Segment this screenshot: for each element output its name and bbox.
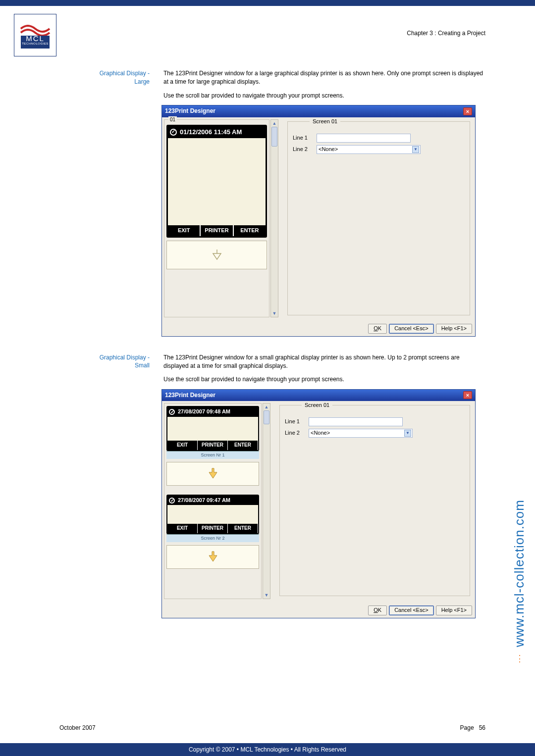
logo-mcl-text: MCL [14,34,56,43]
scroll-down-icon[interactable]: ▼ [263,592,270,599]
line2-value: <None> [319,146,338,153]
scroll-thumb[interactable] [264,410,269,424]
screen-caption-2: Screen Nr 2 [166,534,259,542]
scroll-up-icon[interactable]: ▲ [263,403,270,410]
cancel-button-sm[interactable]: Cancel <Esc> [389,605,433,615]
arrow-down-icon [207,467,219,480]
window-title-small: 123Print Designer [165,391,215,400]
window-title: 123Print Designer [165,107,215,115]
footer-page-num: 56 [479,724,485,731]
copyright-text: Copyright © 2007 • MCL Technologies • Al… [189,746,346,753]
device-exit-btn: EXIT [167,441,198,450]
line1-label-sm: Line 1 [285,418,305,426]
line2-select[interactable]: <None> ▼ [317,145,421,154]
ok-rest: K [378,325,381,331]
section2-p1: The 123Print Designer window for a small… [163,353,485,371]
section1-label-l2: Large [134,78,150,85]
titlebar-small[interactable]: 123Print Designer × [162,390,475,401]
screen-legend-small: Screen 01 [302,402,332,409]
device-printer-btn: PRINTER [198,524,228,533]
device-printer-btn: PRINTER [201,225,233,236]
device-small-ts1: 27/08/2007 09:48 AM [178,408,230,416]
logo-tech-text: TECHNOLOGIES [14,42,56,45]
help-button[interactable]: Help <F1> [436,324,472,334]
line2-label: Line 2 [293,146,313,153]
device-small-ts2: 27/08/2007 09:47 AM [178,497,230,504]
top-border-bar [0,0,535,6]
device-timestamp: 01/12/2006 11:45 AM [180,128,242,137]
chevron-down-icon: ▼ [404,430,411,437]
chevron-down-icon: ▼ [412,146,419,153]
screen-caption-1: Screen Nr 1 [166,451,259,459]
scroll-up-icon[interactable]: ▲ [271,120,278,127]
chapter-heading: Chapter 3 : Creating a Project [407,30,485,37]
clock-check-icon [169,498,175,504]
group-01-label: 01 [168,116,177,124]
clock-check-icon [170,129,177,136]
line2-select-sm[interactable]: <None> ▼ [309,429,413,438]
titlebar[interactable]: 123Print Designer × [162,105,475,117]
copyright-bar: Copyright © 2007 • MCL Technologies • Al… [0,743,535,756]
screen-fieldset: Screen 01 Line 1 Line 2 <None> ▼ [287,121,470,315]
help-button-sm[interactable]: Help <F1> [436,605,472,615]
device-preview-small-1: 27/08/2007 09:48 AM EXIT PRINTER ENTER [166,406,259,451]
device-printer-btn: PRINTER [198,441,228,450]
footer-date: October 2007 [59,724,96,731]
designer-window-large: 123Print Designer × 01 01/12/2006 11:45 … [161,105,476,336]
section2-label-l2: Small [135,362,150,369]
footer-page: Page 56 [460,724,485,731]
close-button[interactable]: × [463,107,472,115]
cancel-button[interactable]: Cancel <Esc> [389,324,433,334]
section-label-large: Graphical Display - Large [89,69,163,337]
line2-value-sm: <None> [311,429,330,437]
device-preview-small-2: 27/08/2007 09:47 AM EXIT PRINTER ENTER [166,495,259,534]
section2-p2: Use the scroll bar provided to navigate … [163,375,485,384]
line1-input-sm[interactable] [309,417,403,426]
clock-check-icon [169,409,175,415]
device-enter-btn: ENTER [228,524,258,533]
section1-p2: Use the scroll bar provided to navigate … [163,92,485,100]
close-button-small[interactable]: × [463,391,472,399]
arrow-down-icon [211,249,223,261]
vertical-scrollbar[interactable]: ▲ ▼ [270,119,278,317]
section2-label-l1: Graphical Display - [100,354,150,361]
arrow-box-sm1 [166,462,259,486]
arrow-down-icon [207,551,219,563]
section-label-small: Graphical Display - Small [89,353,163,619]
side-url: www.mcl-collection.com [512,500,527,647]
device-exit-btn: EXIT [167,524,198,533]
ok-button-sm[interactable]: OK [368,605,387,615]
screen-fieldset-small: Screen 01 Line 1 Line 2 <None> ▼ [279,405,470,596]
arrow-box-sm2 [166,545,259,569]
ok-button[interactable]: OK [368,324,387,334]
section1-p1: The 123Print Designer window for a large… [163,69,485,87]
side-url-dots-icon: ⋮ [515,653,524,664]
line1-label: Line 1 [293,134,313,142]
device-enter-btn: ENTER [234,225,266,236]
designer-window-small: 123Print Designer × 27/08/2007 09:48 AM [161,389,476,618]
device-preview-large: 01/12/2006 11:45 AM EXIT PRINTER ENTER [166,125,267,238]
line2-label-sm: Line 2 [285,429,305,437]
footer-page-label: Page [460,724,474,731]
scroll-thumb[interactable] [271,127,277,147]
vertical-scrollbar-small[interactable]: ▲ ▼ [263,403,270,599]
screen-legend: Screen 01 [310,118,340,126]
section1-label-l1: Graphical Display - [100,70,150,77]
device-enter-btn: ENTER [228,441,258,450]
mcl-logo: MCL TECHNOLOGIES [14,14,56,56]
scroll-down-icon[interactable]: ▼ [271,310,278,317]
line1-input[interactable] [317,134,411,143]
device-exit-btn: EXIT [168,225,201,236]
arrow-box [166,241,267,269]
